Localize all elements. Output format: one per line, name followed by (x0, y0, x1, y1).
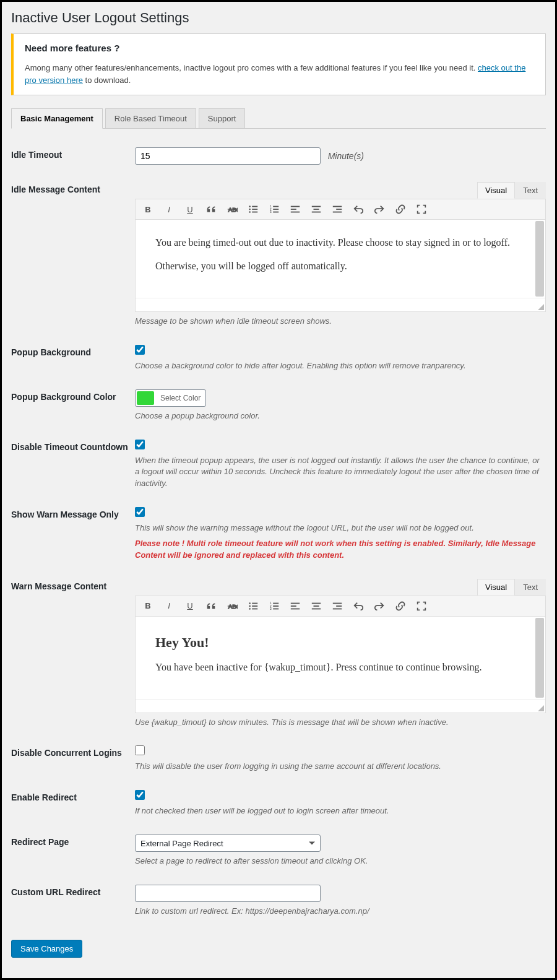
idle-message-body[interactable]: You are being timed-out out due to inact… (136, 220, 545, 298)
svg-rect-9 (273, 206, 278, 207)
custom-url-label: Custom URL Redirect (11, 877, 135, 927)
notice-text: Among many other features/enhancements, … (25, 62, 534, 86)
popup-bg-color-label: Popup Background Color (11, 382, 135, 432)
bold-icon[interactable]: B (142, 203, 154, 215)
warn-message-body[interactable]: Hey You! You have been inactive for {wak… (136, 617, 545, 699)
svg-rect-37 (291, 602, 300, 604)
svg-rect-7 (252, 212, 257, 213)
scrollbar[interactable] (535, 618, 544, 698)
redo-icon[interactable] (373, 203, 386, 215)
features-notice: Need more features ? Among many other fe… (11, 33, 546, 95)
svg-rect-3 (252, 206, 257, 207)
visual-tab-2[interactable]: Visual (477, 579, 515, 596)
svg-rect-16 (291, 212, 300, 213)
disable-countdown-checkbox[interactable] (135, 440, 145, 449)
ul-icon[interactable] (247, 203, 259, 215)
warn-message-desc: Use {wakup_timout} to show minutes. This… (135, 717, 546, 729)
strike-icon[interactable]: ABC (226, 600, 238, 612)
svg-rect-38 (291, 605, 296, 607)
warn-only-desc: This will show the warning message witho… (135, 523, 546, 534)
disable-concurrent-checkbox[interactable] (135, 745, 145, 755)
disable-concurrent-label: Disable Concurrent Logins (11, 738, 135, 783)
custom-url-input[interactable] (135, 885, 321, 902)
disable-countdown-label: Disable Timeout Countdown (11, 432, 135, 500)
svg-point-6 (249, 211, 251, 213)
scrollbar[interactable] (535, 221, 544, 297)
svg-rect-13 (273, 212, 278, 213)
editor-tabs-1: Visual Text (135, 182, 546, 199)
redirect-page-desc: Select a page to redirect to after sessi… (135, 856, 546, 867)
svg-rect-39 (291, 608, 300, 609)
svg-rect-15 (291, 209, 296, 210)
svg-point-4 (249, 209, 251, 210)
select-color-button: Select Color (157, 392, 204, 404)
text-tab-2[interactable]: Text (515, 579, 546, 596)
fullscreen-icon[interactable] (415, 600, 428, 612)
resize-grip[interactable] (538, 304, 544, 310)
italic-icon[interactable]: I (163, 600, 175, 612)
enable-redirect-label: Enable Redirect (11, 783, 135, 827)
resize-grip[interactable] (538, 705, 544, 711)
quote-icon[interactable] (205, 203, 217, 215)
svg-point-25 (249, 602, 251, 604)
svg-rect-5 (252, 209, 257, 210)
link-icon[interactable] (394, 600, 407, 612)
tab-support[interactable]: Support (199, 108, 246, 129)
strike-icon[interactable]: ABC (226, 203, 238, 215)
align-left-icon[interactable] (289, 600, 301, 612)
quote-icon[interactable] (205, 600, 217, 612)
svg-rect-30 (252, 608, 257, 609)
svg-rect-44 (336, 605, 342, 607)
svg-rect-11 (273, 209, 278, 210)
idle-timeout-unit: Minute(s) (328, 151, 364, 161)
svg-point-29 (249, 608, 251, 610)
ul-icon[interactable] (247, 600, 259, 612)
warn-only-label: Show Warn Message Only (11, 500, 135, 571)
bold-icon[interactable]: B (142, 600, 154, 612)
link-icon[interactable] (394, 203, 407, 215)
svg-rect-21 (336, 209, 342, 210)
svg-rect-40 (312, 602, 321, 604)
warn-message-label: Warn Message Content (11, 571, 135, 739)
align-center-icon[interactable] (310, 203, 322, 215)
svg-point-2 (249, 206, 251, 207)
align-center-icon[interactable] (310, 600, 322, 612)
color-picker[interactable]: Select Color (135, 389, 206, 407)
ol-icon[interactable]: 123 (268, 203, 280, 215)
ol-icon[interactable]: 123 (268, 600, 280, 612)
warn-only-checkbox[interactable] (135, 507, 145, 517)
save-button[interactable]: Save Changes (11, 940, 82, 958)
tabs: Basic Management Role Based Timeout Supp… (11, 108, 546, 129)
svg-rect-14 (291, 206, 300, 207)
align-right-icon[interactable] (331, 600, 343, 612)
popup-bg-color-desc: Choose a popup background color. (135, 410, 546, 422)
align-right-icon[interactable] (331, 203, 343, 215)
svg-rect-42 (312, 608, 321, 609)
svg-rect-18 (314, 209, 319, 210)
svg-rect-28 (252, 605, 257, 607)
redirect-page-select[interactable]: External Page Redirect (135, 835, 321, 852)
redirect-page-label: Redirect Page (11, 827, 135, 877)
redo-icon[interactable] (373, 600, 386, 612)
undo-icon[interactable] (352, 203, 365, 215)
svg-rect-20 (333, 206, 342, 207)
visual-tab[interactable]: Visual (477, 182, 515, 199)
tab-role-based[interactable]: Role Based Timeout (105, 108, 196, 129)
fullscreen-icon[interactable] (415, 203, 428, 215)
italic-icon[interactable]: I (163, 203, 175, 215)
disable-concurrent-desc: This will disable the user from logging … (135, 761, 546, 773)
page-title: Inactive User Logout Settings (11, 10, 546, 26)
text-tab[interactable]: Text (515, 182, 546, 199)
idle-timeout-input[interactable] (135, 147, 321, 165)
idle-message-editor: B I U ABC 123 (135, 199, 546, 312)
warn-only-note: Please note ! Multi role timeout feature… (135, 538, 546, 562)
underline-icon[interactable]: U (184, 203, 196, 215)
tab-basic[interactable]: Basic Management (11, 108, 103, 129)
align-left-icon[interactable] (289, 203, 301, 215)
underline-icon[interactable]: U (184, 600, 196, 612)
undo-icon[interactable] (352, 600, 365, 612)
svg-rect-17 (312, 206, 321, 207)
svg-rect-43 (333, 602, 342, 604)
enable-redirect-checkbox[interactable] (135, 790, 145, 800)
popup-bg-checkbox[interactable] (135, 345, 145, 355)
